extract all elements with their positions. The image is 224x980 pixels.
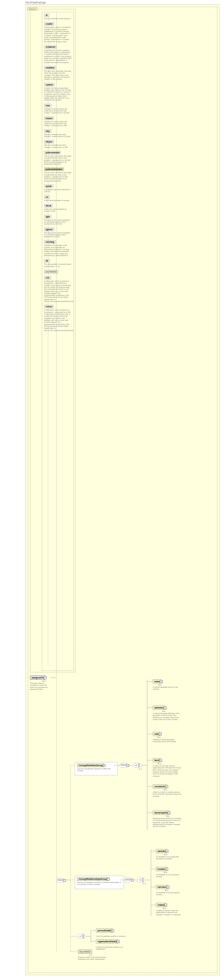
group-concept-relationships-title[interactable]: ConceptRelationshipsGroup − (77, 877, 108, 881)
connector (147, 679, 147, 830)
expand-icon[interactable]: + (165, 868, 168, 870)
connector (147, 786, 153, 787)
connector (91, 931, 91, 943)
connector (141, 765, 147, 765)
attribute-whyuri[interactable]: whyuri (44, 140, 54, 143)
attribute-qcode[interactable]: qcode (44, 185, 54, 188)
compositor-choice-def[interactable]: 0..∞ (133, 763, 141, 768)
connector (147, 681, 153, 682)
attribute-item: whyuriWhy the metadata has been included… (44, 140, 72, 148)
attribute-xml-lang[interactable]: xml:lang (44, 240, 56, 243)
expand-icon[interactable]: + (165, 785, 168, 788)
element-organisationDetails-box[interactable]: organisationDetails+ (96, 939, 118, 943)
element-definition-box[interactable]: definition+0..∞ (153, 706, 165, 710)
attribute-item: any ##other (44, 270, 72, 274)
connector (147, 708, 153, 708)
occurrence: 0..∞ (158, 737, 161, 738)
element-broader-box[interactable]: broader+0..∞ (156, 867, 167, 871)
expand-icon[interactable]: − (107, 878, 110, 880)
element-sameAs-box[interactable]: sameAs+0..∞ (156, 849, 167, 853)
element-narrower-box[interactable]: narrower+0..∞ (156, 885, 168, 889)
attribute-item: creatorIf the property value is not defi… (44, 22, 72, 43)
compositor-choice-rel[interactable]: 0..∞ (137, 878, 145, 882)
connector (147, 734, 153, 734)
element-personDetails-desc: A set of properties specific to a person (96, 935, 131, 937)
element-broader-desc: An identifier of a more generic concept. (156, 874, 185, 878)
attribute-howuri[interactable]: howuri (44, 116, 54, 120)
attribute-custom[interactable]: custom (44, 83, 55, 86)
connector (151, 851, 156, 851)
expand-icon[interactable]: + (164, 706, 167, 709)
expand-icon[interactable]: − (103, 764, 106, 767)
attribute-item: roleuriA refinement of the semantics of … (44, 305, 72, 331)
compositor-sequence-def[interactable]: − (120, 763, 128, 768)
attribute-pubconstraint[interactable]: pubconstraint (44, 151, 61, 154)
element-narrower-desc: An identifier of a more specific concept… (156, 892, 185, 896)
element-name-desc: A natural language name for the concept. (153, 686, 181, 690)
attribute-id[interactable]: id (44, 13, 49, 17)
expand-icon[interactable]: + (159, 759, 162, 762)
expand-icon[interactable]: + (117, 940, 120, 943)
attribute-role[interactable]: role (44, 276, 51, 280)
element-related: related+0..∞A related concept, where the… (156, 903, 185, 916)
attribute-pubconstrainturi[interactable]: pubconstrainturi (44, 167, 64, 171)
connector (56, 13, 57, 951)
group-concept-definition-title[interactable]: ConceptDefinitionGroup − (77, 764, 104, 767)
element-any-other-box[interactable]: any ##other 0..∞ (78, 950, 92, 954)
attribute-creatoruri[interactable]: creatoruri (44, 45, 57, 49)
connector (70, 765, 71, 951)
element-note-box[interactable]: note+0..∞ (153, 732, 161, 736)
occurrence: 0..∞ (165, 889, 169, 891)
element-definition-desc: A natural language definition of the sem… (153, 712, 181, 720)
element-note-desc: Additional natural language information … (153, 738, 181, 743)
expand-icon[interactable]: − (44, 676, 47, 679)
element-name: name+0..∞A natural language name for the… (153, 679, 181, 690)
group-concept-relationships-desc: A group of properties required to indica… (77, 881, 122, 886)
attribute-uri[interactable]: uri (44, 195, 50, 199)
type-container-inner: attributes idThe local identifier of the… (28, 7, 217, 973)
occurrence: 0..∞ (158, 763, 161, 765)
expand-icon[interactable]: + (159, 732, 162, 735)
attribute-roleuri[interactable]: roleuri (44, 305, 54, 308)
compositor-sequence-rel[interactable]: − (124, 878, 132, 882)
element-remoteInfo-desc: A link to an item or a web resource whic… (153, 791, 181, 797)
attribute-item: literalA free-text value assigned as pro… (44, 204, 72, 212)
element-facet: facet+0..∞In NAR 1.8 and later, facet is… (153, 758, 181, 777)
attribute-creator[interactable]: creator (44, 22, 54, 25)
expand-icon[interactable]: + (111, 929, 114, 932)
element-remoteInfo-box[interactable]: remoteInfo+0..∞ (153, 784, 167, 789)
expand-icon[interactable]: − (63, 879, 66, 882)
attribute-item: whyWhy the metadata has been included - … (44, 129, 72, 138)
element-narrower: narrower+0..∞An identifier of a more spe… (156, 885, 185, 896)
occurrence: 0..∞ (164, 854, 167, 856)
element-personDetails-box[interactable]: personDetails+ (96, 929, 113, 932)
occurrence: 0..∞ (163, 907, 166, 909)
expand-icon[interactable]: + (167, 811, 170, 814)
attribute-typeuri[interactable]: typeuri (44, 228, 54, 231)
attribute-literal[interactable]: literal (44, 204, 53, 207)
element-any-other: any ##other 0..∞ Extension point for pro… (78, 950, 113, 961)
attributes-list: idThe local identifier of the property.c… (42, 12, 74, 671)
attribute-item: typeuriThe type of the concept assigned … (44, 228, 72, 238)
compositor-sequence-main[interactable]: − (56, 878, 65, 883)
attribute-item: qcodeA qualified code which identifies a… (44, 185, 72, 193)
element-related-box[interactable]: related+0..∞ (156, 903, 166, 907)
attribute-modified[interactable]: modified (44, 66, 56, 70)
occurrence: 0..∞ (43, 680, 46, 682)
element-hierarchyInfo-box[interactable]: hierarchyInfo+0..∞ (153, 811, 169, 815)
connector (151, 869, 156, 869)
connector (147, 760, 153, 760)
attributes-group: attributes idThe local identifier of the… (30, 9, 76, 672)
compositor-choice-party[interactable] (77, 934, 86, 939)
expand-icon[interactable]: + (166, 850, 169, 853)
element-assignedTo-label: assignedTo (32, 676, 44, 679)
type-container-outer: attributes idThe local identifier of the… (25, 5, 219, 975)
expand-icon[interactable]: + (167, 886, 169, 888)
attribute-dir[interactable]: dir (44, 259, 50, 262)
expand-icon[interactable]: + (160, 680, 162, 683)
element-assignedTo[interactable]: assignedTo − 0..∞ (30, 676, 46, 680)
element-name-box[interactable]: name+0..∞ (153, 679, 161, 684)
expand-icon[interactable]: + (164, 904, 167, 906)
element-facet-desc: In NAR 1.8 and later, facet is deprecate… (153, 765, 181, 777)
element-facet-box[interactable]: facet+0..∞ (153, 758, 161, 762)
